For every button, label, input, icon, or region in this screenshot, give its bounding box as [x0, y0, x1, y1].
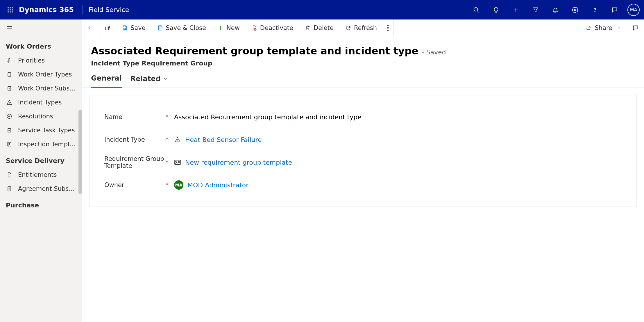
tab-label: General: [91, 74, 122, 82]
save-close-button[interactable]: Save & Close: [151, 19, 212, 36]
more-vertical-icon: [387, 25, 389, 31]
sidebar-item-label: Work Order Subst...: [18, 85, 76, 92]
sidebar-item-incident-types[interactable]: Incident Types: [0, 95, 82, 109]
sidebar-item-inspection-templates[interactable]: Inspection Templa...: [0, 137, 82, 151]
sidebar-item-label: Incident Types: [18, 99, 76, 106]
plus-icon: [513, 7, 519, 13]
svg-point-8: [12, 11, 13, 13]
svg-point-20: [10, 58, 10, 59]
field-value-text: Associated Requirement group template an…: [174, 113, 362, 121]
field-label: Requirement Group Template: [104, 155, 165, 169]
task-icon: [6, 127, 13, 134]
svg-point-55: [176, 161, 177, 163]
save-close-icon: [157, 25, 163, 31]
sidebar-item-work-order-types[interactable]: Work Order Types: [0, 67, 82, 81]
refresh-icon: [345, 25, 351, 31]
app-launcher-button[interactable]: [4, 4, 16, 16]
share-icon: [586, 25, 592, 31]
chevron-down-icon: [163, 77, 168, 81]
svg-point-50: [387, 27, 389, 29]
incident-type-lookup[interactable]: Heat Bed Sensor Failure: [174, 136, 622, 143]
lookup-link[interactable]: Heat Bed Sensor Failure: [185, 136, 262, 143]
svg-point-26: [9, 104, 9, 104]
notifications-button[interactable]: [545, 0, 565, 19]
lookup-link[interactable]: MOD Administrator: [187, 182, 248, 189]
waffle-icon: [7, 7, 13, 13]
hamburger-icon: [6, 25, 13, 32]
field-incident-type: Incident Type * Heat Bed Sensor Failure: [104, 128, 622, 151]
svg-point-13: [574, 9, 576, 11]
svg-point-3: [8, 9, 9, 10]
delete-label: Delete: [314, 24, 334, 31]
required-indicator: *: [165, 159, 174, 166]
name-input[interactable]: Associated Requirement group template an…: [174, 113, 622, 121]
settings-button[interactable]: [565, 0, 585, 19]
help-button[interactable]: [585, 0, 605, 19]
chevron-down-icon: [617, 26, 621, 30]
more-commands-button[interactable]: [383, 19, 393, 36]
record-saved-status: - Saved: [422, 49, 446, 56]
priority-icon: [6, 57, 13, 64]
tab-general[interactable]: General: [91, 74, 122, 88]
sidebar-item-work-order-substatus[interactable]: Work Order Subst...: [0, 81, 82, 95]
sidebar-collapse-button[interactable]: [0, 19, 82, 37]
field-label: Owner: [104, 182, 165, 188]
record-header: Associated Requirement group template an…: [82, 36, 644, 67]
svg-point-6: [8, 11, 9, 13]
sidebar-item-priorities[interactable]: Priorities: [0, 54, 82, 67]
back-button[interactable]: [82, 19, 99, 36]
lookup-link[interactable]: New requirement group template: [185, 159, 292, 166]
save-button[interactable]: Save: [116, 19, 151, 36]
field-label: Incident Type: [104, 136, 165, 143]
sidebar-item-resolutions[interactable]: Resolutions: [0, 109, 82, 123]
save-label: Save: [130, 24, 146, 31]
required-indicator: *: [165, 182, 174, 189]
sidebar-item-label: Service Task Types: [18, 127, 76, 134]
insights-button[interactable]: [486, 0, 506, 19]
svg-point-49: [387, 25, 389, 26]
user-avatar[interactable]: MA: [627, 4, 640, 16]
svg-rect-41: [124, 28, 126, 29]
sidebar-item-label: Priorities: [18, 57, 76, 64]
bell-icon: [552, 7, 559, 13]
filter-icon: [532, 7, 539, 13]
quick-create-button[interactable]: [506, 0, 526, 19]
new-button[interactable]: New: [212, 19, 246, 36]
search-button[interactable]: [466, 0, 486, 19]
sidebar-item-label: Resolutions: [18, 113, 76, 120]
svg-point-53: [177, 141, 178, 141]
requirement-group-template-lookup[interactable]: New requirement group template: [174, 159, 622, 166]
assistant-button[interactable]: [605, 0, 625, 19]
sidebar-item-label: Agreement Subst...: [18, 185, 76, 192]
delete-button[interactable]: Delete: [299, 19, 339, 36]
sidebar-item-agreement-substatus[interactable]: Agreement Subst...: [0, 182, 82, 196]
page-icon: [6, 185, 13, 192]
help-icon: [592, 7, 598, 13]
brand-label[interactable]: Dynamics 365: [19, 6, 74, 14]
sidebar-item-label: Work Order Types: [18, 71, 76, 78]
share-button[interactable]: Share: [580, 19, 627, 36]
template-icon: [6, 141, 13, 148]
field-owner: Owner * MA MOD Administrator: [104, 174, 622, 196]
app-name-label[interactable]: Field Service: [89, 6, 129, 13]
sidebar-scrollbar[interactable]: [78, 110, 82, 194]
deactivate-button[interactable]: Deactivate: [246, 19, 299, 36]
search-icon: [473, 7, 480, 13]
sidebar-item-label: Inspection Templa...: [18, 141, 76, 148]
chat-icon: [632, 25, 639, 31]
open-in-new-window-button[interactable]: [99, 19, 116, 36]
contact-card-icon: [174, 159, 181, 166]
owner-lookup[interactable]: MA MOD Administrator: [174, 180, 622, 190]
svg-point-2: [12, 7, 13, 8]
back-icon: [87, 25, 94, 31]
tab-related[interactable]: Related: [130, 75, 168, 87]
svg-point-4: [10, 9, 11, 10]
refresh-button[interactable]: Refresh: [339, 19, 383, 36]
sidebar-item-service-task-types[interactable]: Service Task Types: [0, 123, 82, 137]
sidebar-item-entitlements[interactable]: Entitlements: [0, 168, 82, 182]
assistant-panel-button[interactable]: [627, 19, 644, 36]
chat-icon: [611, 7, 618, 13]
deactivate-icon: [251, 25, 257, 31]
advanced-find-button[interactable]: [526, 0, 545, 19]
owner-avatar: MA: [174, 180, 183, 190]
